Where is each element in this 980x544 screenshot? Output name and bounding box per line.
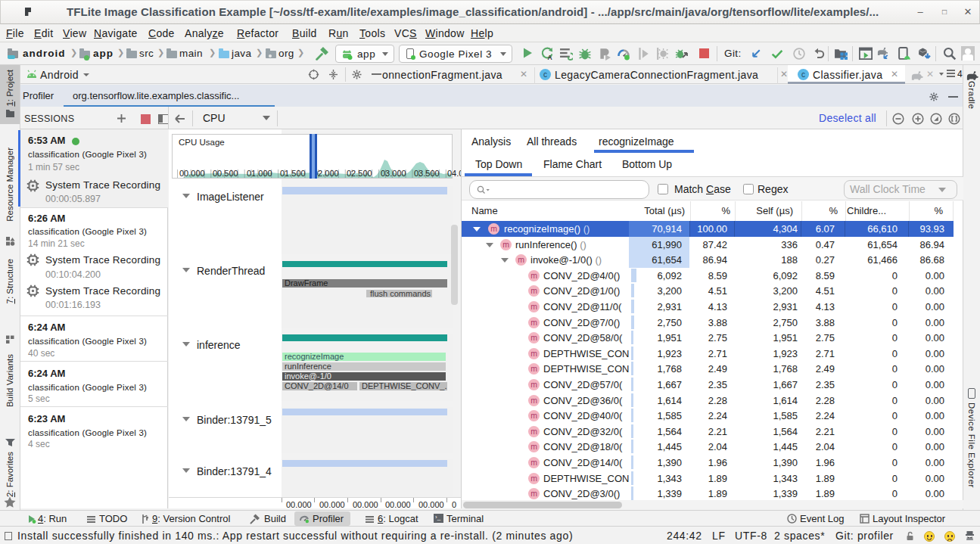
svg-text:A: A	[548, 54, 552, 61]
